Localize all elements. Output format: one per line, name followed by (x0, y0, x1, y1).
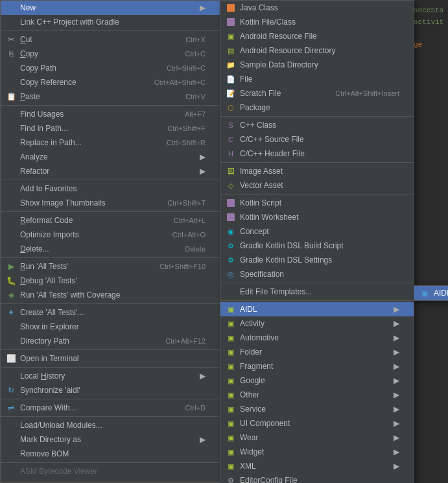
run-coverage-icon: ◈ (6, 290, 16, 300)
menu-item-local-history[interactable]: Local History ▶ (1, 369, 220, 383)
submenu-item-wear[interactable]: ▣ Wear ▶ (220, 430, 414, 445)
menu-item-show-explorer[interactable]: Show in Explorer (1, 320, 220, 334)
submenu-item-fragment[interactable]: ▣ Fragment ▶ (220, 359, 414, 373)
submenu-label-kotlin-file: Kotlin File/Class (240, 18, 399, 27)
submenu-item-folder[interactable]: ▣ Folder ▶ (220, 345, 414, 359)
menu-item-add-gitignore[interactable]: ◎ Add to .gitignore file (unignore) (1, 478, 220, 483)
submenu-item-google[interactable]: ▣ Google ▶ (220, 373, 414, 388)
editorconfig-icon: ⚙ (226, 475, 236, 483)
menu-item-reformat[interactable]: Reformat Code Ctrl+Alt+L (1, 213, 220, 228)
menu-label-run-tests: Run 'All Tests' (20, 262, 147, 271)
menu-item-new[interactable]: New ▶ (1, 1, 220, 15)
menu-item-load-modules[interactable]: Load/Unload Modules... (1, 418, 220, 432)
submenu-item-scratch-file[interactable]: 📝 Scratch File Ctrl+Alt+Shift+Insert (220, 86, 414, 100)
submenu-item-automotive[interactable]: ▣ Automotive ▶ (220, 331, 414, 345)
submenu-item-vector-asset[interactable]: ◇ Vector Asset (220, 178, 414, 193)
menu-label-mark-directory: Mark Directory as (20, 435, 195, 444)
submenu-item-service[interactable]: ▣ Service ▶ (220, 402, 414, 416)
menu-item-remove-bom[interactable]: Remove BOM (1, 447, 220, 461)
menu-item-delete[interactable]: Delete... Delete (1, 242, 220, 256)
menu-item-find-usages[interactable]: Find Usages Alt+F7 (1, 107, 220, 121)
submenu-label-automotive: Automotive (240, 333, 388, 342)
submenu-item-specification[interactable]: ◎ Specification (220, 267, 414, 281)
menu-item-add-favorites[interactable]: Add to Favorites (1, 182, 220, 196)
submenu-item-android-resource-file[interactable]: ▣ Android Resource File (220, 29, 414, 43)
submenu-item-cpp-source[interactable]: C C/C++ Source File (220, 132, 414, 147)
submenu-item-image-asset[interactable]: 🖼 Image Asset (220, 164, 414, 178)
submenu-item-other[interactable]: ▣ Other ▶ (220, 388, 414, 402)
menu-label-find-usages: Find Usages (20, 110, 172, 119)
menu-item-cut[interactable]: ✂ Cut Ctrl+X (1, 32, 220, 47)
submenu-item-kotlin-worksheet[interactable]: Kotlin Worksheet (220, 210, 414, 224)
local-history-icon (6, 371, 16, 381)
submenu-item-kotlin-file[interactable]: Kotlin File/Class (220, 15, 414, 29)
menu-item-link-cpp[interactable]: Link C++ Project with Gradle (1, 15, 220, 29)
submenu-item-concept[interactable]: ◉ Concept (220, 224, 414, 239)
submenu-item-gradle-kotlin-build[interactable]: ⚙ Gradle Kotlin DSL Build Script (220, 239, 414, 253)
menu-item-run-coverage[interactable]: ◈ Run 'All Tests' with Coverage (1, 288, 220, 302)
load-modules-icon (6, 420, 16, 430)
mark-directory-arrow: ▶ (200, 435, 206, 444)
submenu-item-cpp-header[interactable]: H C/C++ Header File (220, 147, 414, 161)
menu-label-debug-tests: Debug 'All Tests' (20, 276, 206, 285)
menu-item-paste[interactable]: 📋 Paste Ctrl+V (1, 89, 220, 104)
submenu-item-android-resource-dir[interactable]: ▤ Android Resource Directory (220, 43, 414, 58)
menu-item-refactor[interactable]: Refactor ▶ (1, 164, 220, 178)
submenu-item-ui-component[interactable]: ▣ UI Component ▶ (220, 416, 414, 430)
ui-component-arrow: ▶ (394, 419, 399, 428)
local-history-arrow: ▶ (200, 371, 206, 381)
kotlin-worksheet-icon (226, 212, 236, 222)
separator-3 (1, 180, 220, 180)
compare-icon: ⇌ (6, 403, 16, 413)
menu-item-open-terminal[interactable]: ⬜ Open in Terminal (1, 351, 220, 366)
refactor-icon (6, 166, 16, 176)
menu-item-show-thumbnails[interactable]: Show Image Thumbnails Ctrl+Shift+T (1, 196, 220, 210)
menu-item-copy-reference[interactable]: Copy Reference Ctrl+Alt+Shift+C (1, 75, 220, 89)
shortcut-show-thumbnails: Ctrl+Shift+T (167, 199, 206, 207)
menu-item-copy-path[interactable]: Copy Path Ctrl+Shift+C (1, 61, 220, 75)
submenu-aidl-item-aidl-file[interactable]: ▣ AIDL File (414, 286, 448, 300)
submenu-item-activity[interactable]: ▣ Activity ▶ (220, 316, 414, 331)
widget-arrow: ▶ (394, 447, 399, 456)
link-cpp-icon (6, 17, 16, 27)
find-usages-icon (6, 109, 16, 119)
optimize-icon (6, 230, 16, 240)
submenu-item-gradle-kotlin-settings[interactable]: ⚙ Gradle Kotlin DSL Settings (220, 253, 414, 267)
submenu-item-widget[interactable]: ▣ Widget ▶ (220, 445, 414, 459)
submenu-item-sample-data-dir[interactable]: 📁 Sample Data Directory (220, 58, 414, 72)
menu-item-replace-in-path[interactable]: Replace in Path... Ctrl+Shift+R (1, 135, 220, 150)
menu-item-run-tests[interactable]: ▶ Run 'All Tests' Ctrl+Shift+F10 (1, 259, 220, 274)
submenu-item-edit-templates[interactable]: Edit File Templates... (220, 285, 414, 299)
copy-path-icon (6, 63, 16, 73)
menu-item-analyze[interactable]: Analyze ▶ (1, 150, 220, 164)
submenu-item-java-class[interactable]: Java Class (220, 1, 414, 15)
submenu-item-cpp-class[interactable]: S C++ Class (220, 118, 414, 132)
menu-item-mark-directory[interactable]: Mark Directory as ▶ (1, 432, 220, 447)
scratch-file-icon: 📝 (226, 88, 236, 99)
submenu-label-aidl: AIDL (240, 305, 388, 314)
submenu-aidl: ▣ AIDL File (414, 285, 448, 301)
menu-item-create-tests[interactable]: ✦ Create 'All Tests'... (1, 305, 220, 320)
shortcut-copy: Ctrl+C (185, 50, 206, 58)
menu-item-copy[interactable]: ⎘ Copy Ctrl+C (1, 47, 220, 61)
menu-item-find-in-path[interactable]: Find in Path... Ctrl+Shift+F (1, 121, 220, 135)
submenu-item-kotlin-script[interactable]: Kotlin Script (220, 196, 414, 210)
menu-item-debug-tests[interactable]: 🐛 Debug 'All Tests' (1, 274, 220, 288)
submenu-item-package[interactable]: ⬡ Package (220, 100, 414, 115)
menu-item-synchronize[interactable]: ↻ Synchronize 'aidl' (1, 383, 220, 397)
separator-11 (1, 462, 220, 463)
submenu-label-service: Service (240, 405, 388, 414)
submenu-item-file[interactable]: 📄 File (220, 72, 414, 86)
submenu-label-gradle-kotlin-build: Gradle Kotlin DSL Build Script (240, 241, 399, 250)
menu-item-directory-path[interactable]: Directory Path Ctrl+Alt+F12 (1, 334, 220, 348)
menu-item-compare[interactable]: ⇌ Compare With... Ctrl+D (1, 401, 220, 415)
menu-item-optimize[interactable]: Optimize Imports Ctrl+Alt+O (1, 228, 220, 242)
menu-label-delete: Delete... (20, 244, 172, 253)
submenu-item-editorconfig[interactable]: ⚙ EditorConfig File (220, 473, 414, 483)
shortcut-find-in-path: Ctrl+Shift+F (167, 124, 206, 132)
submenu-item-xml[interactable]: ▣ XML ▶ (220, 459, 414, 473)
menu-label-refactor: Refactor (20, 167, 195, 176)
submenu-item-aidl[interactable]: ▣ AIDL ▶ (220, 302, 414, 316)
shortcut-compare: Ctrl+D (185, 404, 206, 412)
submenu-label-folder: Folder (240, 348, 388, 357)
